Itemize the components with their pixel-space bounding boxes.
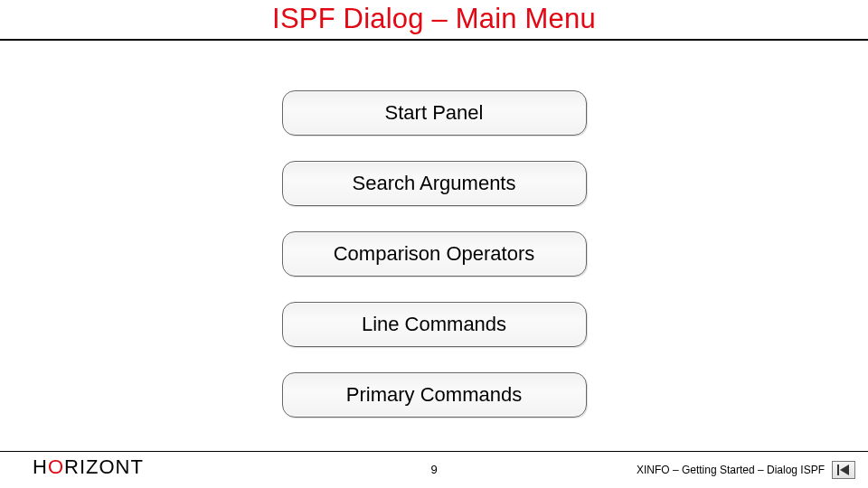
title-divider	[0, 39, 868, 41]
menu-button-label: Line Commands	[362, 313, 506, 336]
brand-text-accent: O	[48, 455, 64, 478]
menu-button-line-commands[interactable]: Line Commands	[282, 302, 587, 347]
brand-text-pre: H	[33, 455, 48, 478]
footer-divider	[0, 451, 868, 452]
menu-button-comparison-operators[interactable]: Comparison Operators	[282, 231, 587, 277]
brand-text-post: RIZONT	[64, 455, 144, 478]
slide: ISPF Dialog – Main Menu Start Panel Sear…	[0, 0, 868, 488]
svg-rect-0	[837, 465, 839, 475]
svg-marker-1	[840, 465, 849, 475]
menu-button-search-arguments[interactable]: Search Arguments	[282, 161, 587, 206]
menu-button-label: Start Panel	[385, 101, 484, 125]
brand-logo: HORIZONT	[33, 455, 144, 479]
footer-right-text: XINFO – Getting Started – Dialog ISPF	[637, 464, 825, 476]
page-title: ISPF Dialog – Main Menu	[0, 0, 868, 35]
menu-button-label: Primary Commands	[346, 383, 522, 407]
menu-button-list: Start Panel Search Arguments Comparison …	[0, 90, 868, 418]
menu-button-label: Search Arguments	[353, 172, 516, 195]
menu-button-start-panel[interactable]: Start Panel	[282, 90, 587, 136]
menu-button-label: Comparison Operators	[334, 242, 535, 266]
menu-button-primary-commands[interactable]: Primary Commands	[282, 372, 587, 418]
page-number: 9	[430, 463, 437, 476]
first-slide-button[interactable]	[832, 461, 855, 479]
skip-back-icon	[837, 465, 850, 475]
